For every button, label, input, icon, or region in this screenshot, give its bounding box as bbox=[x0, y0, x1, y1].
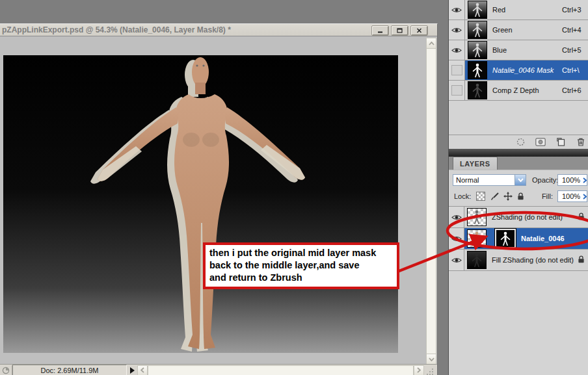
channel-name: Blue bbox=[492, 46, 562, 54]
chevron-right-icon bbox=[583, 177, 587, 183]
new-channel-button[interactable] bbox=[555, 137, 567, 147]
load-selection-button[interactable] bbox=[514, 137, 526, 147]
panel-tab-row: LAYERS bbox=[449, 157, 588, 170]
scroll-right-button[interactable] bbox=[414, 365, 424, 375]
lock-all-button[interactable] bbox=[517, 192, 524, 200]
channel-thumbnail[interactable] bbox=[468, 61, 487, 79]
channel-row-natalie-mask[interactable]: Natalie_0046 Mask Ctrl+\ bbox=[449, 60, 588, 81]
channel-thumbnail[interactable] bbox=[468, 1, 487, 19]
chevron-up-icon bbox=[429, 42, 434, 45]
panel-stack: Red Ctrl+3 Green Ctrl+4 Blue Ctrl+5 Nata… bbox=[448, 0, 588, 375]
visibility-toggle[interactable] bbox=[449, 228, 464, 249]
doc-size-readout[interactable]: Doc: 2.69M/11.9M bbox=[12, 365, 127, 375]
eye-icon bbox=[451, 6, 462, 14]
layer-thumbnail[interactable] bbox=[467, 251, 487, 269]
layer-thumbnail[interactable] bbox=[467, 208, 487, 226]
channel-row-blue[interactable]: Blue Ctrl+5 bbox=[449, 40, 588, 60]
layers-tab-label: LAYERS bbox=[460, 160, 490, 168]
chevron-down-icon bbox=[518, 178, 524, 182]
channel-shortcut: Ctrl+6 bbox=[562, 86, 588, 94]
scroll-down-button[interactable] bbox=[427, 354, 436, 364]
window-resize-grip[interactable] bbox=[424, 365, 434, 375]
layer-row-zshading[interactable]: ZShading (do not edit) bbox=[449, 207, 588, 228]
figure-thumbnail-icon bbox=[468, 231, 485, 246]
chevron-left-icon bbox=[140, 367, 144, 373]
padlock-icon bbox=[578, 255, 585, 263]
channels-panel: Red Ctrl+3 Green Ctrl+4 Blue Ctrl+5 Nata… bbox=[449, 0, 588, 149]
document-window: pZAppLinkExport.psd @ 54.3% (Natalie_004… bbox=[0, 23, 438, 375]
fill-field[interactable]: 100% bbox=[557, 190, 587, 202]
trash-icon bbox=[577, 138, 585, 146]
lock-paint-brush-button[interactable] bbox=[490, 192, 499, 201]
layer-row-natalie-0046[interactable]: Natalie_0046 bbox=[449, 228, 588, 250]
channel-name: Red bbox=[492, 6, 562, 14]
channel-row-comp-z-depth[interactable]: Comp Z Depth Ctrl+6 bbox=[449, 81, 588, 101]
new-item-icon bbox=[557, 138, 565, 146]
visibility-toggle[interactable] bbox=[449, 250, 464, 270]
channel-name: Comp Z Depth bbox=[492, 86, 562, 94]
save-selection-as-channel-button[interactable] bbox=[535, 137, 546, 147]
dropdown-button[interactable] bbox=[514, 175, 526, 185]
eye-icon bbox=[451, 235, 462, 242]
panel-group-bar[interactable] bbox=[449, 149, 588, 157]
status-page-icon[interactable] bbox=[0, 365, 12, 375]
close-button[interactable] bbox=[410, 25, 428, 36]
close-icon bbox=[416, 28, 422, 33]
opacity-label: Opacity: bbox=[532, 176, 558, 184]
fill-value: 100% bbox=[558, 192, 583, 200]
scroll-left-button[interactable] bbox=[137, 365, 148, 375]
layer-name: ZShading (do not edit) bbox=[492, 213, 563, 221]
figure-thumbnail-icon bbox=[497, 231, 514, 246]
figure-thumbnail-icon bbox=[469, 42, 486, 58]
figure-thumbnail-icon bbox=[469, 83, 486, 98]
opacity-field[interactable]: 100% bbox=[557, 174, 587, 186]
visibility-toggle[interactable] bbox=[449, 40, 465, 60]
layer-thumbnail[interactable] bbox=[467, 229, 487, 248]
visibility-toggle[interactable] bbox=[449, 20, 465, 40]
channels-empty-area bbox=[449, 101, 588, 135]
visibility-toggle[interactable] bbox=[449, 207, 464, 227]
layer-row-fill-zshading[interactable]: Fill ZShading (do not edit) bbox=[449, 250, 588, 271]
figure-thumbnail-icon bbox=[469, 2, 486, 18]
minimize-icon bbox=[377, 28, 383, 33]
lock-position-move-button[interactable] bbox=[503, 192, 513, 201]
annotation-note: then i put the original mid layer mask b… bbox=[203, 242, 399, 289]
lock-transparency-button[interactable] bbox=[476, 192, 485, 201]
channel-row-red[interactable]: Red Ctrl+3 bbox=[449, 0, 588, 20]
padlock-icon bbox=[578, 213, 585, 220]
horizontal-scrollbar-track[interactable] bbox=[148, 365, 414, 375]
eye-icon bbox=[451, 214, 462, 221]
tab-layers[interactable]: LAYERS bbox=[453, 157, 498, 170]
channel-thumbnail[interactable] bbox=[468, 41, 487, 59]
chevron-right-icon bbox=[583, 194, 587, 200]
canvas[interactable] bbox=[3, 55, 398, 353]
vertical-scrollbar[interactable] bbox=[426, 38, 436, 365]
status-bar: Doc: 2.69M/11.9M bbox=[0, 364, 437, 375]
channel-thumbnail[interactable] bbox=[468, 21, 487, 39]
scroll-up-button[interactable] bbox=[427, 38, 436, 49]
channel-thumbnail[interactable] bbox=[468, 81, 487, 99]
layer-name: Fill ZShading (do not edit) bbox=[492, 256, 574, 264]
figure-thumbnail-icon bbox=[468, 252, 485, 268]
maximize-icon bbox=[397, 28, 403, 33]
status-flyout-button[interactable] bbox=[127, 365, 137, 375]
eye-icon bbox=[451, 27, 462, 34]
empty-eye-well bbox=[451, 65, 462, 75]
layer-mask-thumbnail[interactable] bbox=[495, 229, 516, 248]
channel-shortcut: Ctrl+\ bbox=[562, 66, 588, 74]
fill-label: Fill: bbox=[542, 192, 553, 200]
blend-mode-dropdown[interactable]: Normal bbox=[453, 174, 526, 186]
visibility-toggle[interactable] bbox=[449, 0, 465, 19]
channel-row-green[interactable]: Green Ctrl+4 bbox=[449, 20, 588, 40]
visibility-toggle[interactable] bbox=[449, 81, 465, 100]
minimize-button[interactable] bbox=[371, 25, 389, 36]
visibility-toggle[interactable] bbox=[449, 60, 465, 80]
document-titlebar[interactable]: pZAppLinkExport.psd @ 54.3% (Natalie_004… bbox=[0, 24, 437, 36]
lock-label: Lock: bbox=[454, 192, 471, 200]
flyout-triangle-icon bbox=[130, 367, 135, 374]
preview-pie-icon bbox=[2, 367, 10, 374]
empty-eye-well bbox=[451, 85, 462, 96]
delete-channel-button[interactable] bbox=[575, 137, 587, 147]
figure-thumbnail-icon bbox=[469, 22, 486, 38]
maximize-button[interactable] bbox=[391, 25, 408, 36]
